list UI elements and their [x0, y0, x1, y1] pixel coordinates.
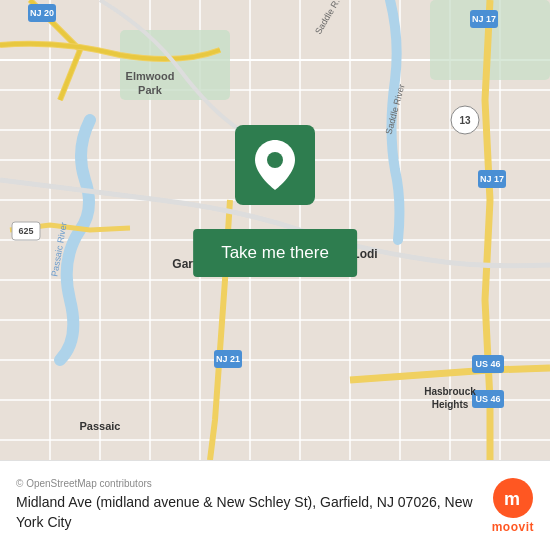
- svg-text:NJ 17: NJ 17: [480, 174, 504, 184]
- map-pin: [235, 125, 315, 205]
- svg-text:NJ 21: NJ 21: [216, 354, 240, 364]
- svg-text:m: m: [504, 489, 520, 509]
- svg-text:Park: Park: [138, 84, 163, 96]
- svg-text:Heights: Heights: [432, 399, 469, 410]
- svg-point-50: [267, 152, 283, 168]
- svg-text:US 46: US 46: [475, 394, 500, 404]
- moovit-logo: m moovit: [492, 478, 534, 534]
- location-name: Midland Ave (midland avenue & New Schley…: [16, 493, 480, 532]
- svg-text:13: 13: [459, 115, 471, 126]
- bottom-left-info: © OpenStreetMap contributors Midland Ave…: [16, 478, 480, 532]
- take-me-there-button[interactable]: Take me there: [193, 229, 357, 277]
- bottom-bar: © OpenStreetMap contributors Midland Ave…: [0, 460, 550, 550]
- svg-text:Elmwood: Elmwood: [126, 70, 175, 82]
- map-container: NJ 20 NJ 17 NJ 17 13 NJ 21 US 46 US 46 6…: [0, 0, 550, 460]
- svg-text:NJ 17: NJ 17: [472, 14, 496, 24]
- svg-text:Passaic: Passaic: [80, 420, 121, 432]
- svg-text:US 46: US 46: [475, 359, 500, 369]
- map-attribution: © OpenStreetMap contributors: [16, 478, 480, 489]
- moovit-text: moovit: [492, 520, 534, 534]
- svg-text:Hasbrouck: Hasbrouck: [424, 386, 476, 397]
- svg-text:NJ 20: NJ 20: [30, 8, 54, 18]
- svg-text:625: 625: [18, 226, 33, 236]
- moovit-icon: m: [493, 478, 533, 518]
